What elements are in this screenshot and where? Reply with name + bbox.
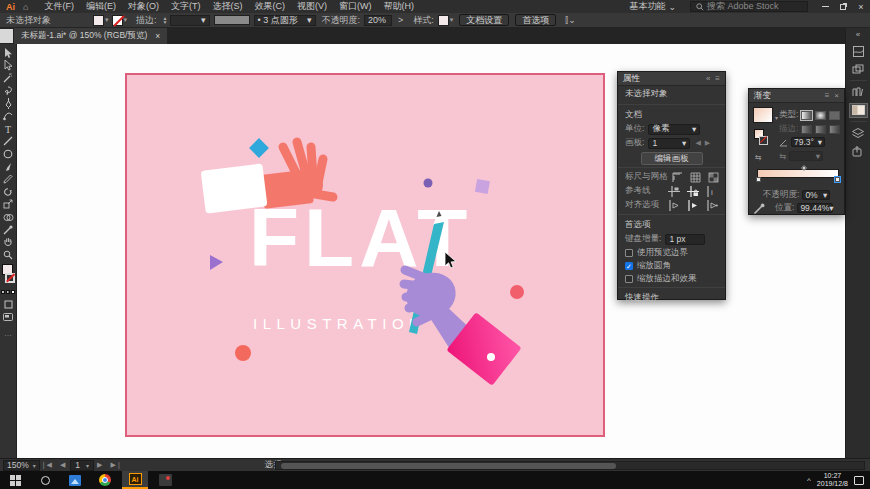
gradient-midpoint-handle[interactable] [801,165,807,171]
scale-tool[interactable] [0,198,17,211]
color-mode-buttons[interactable] [1,290,15,294]
photos-app-button[interactable] [60,471,90,489]
lasso-tool[interactable] [0,85,17,98]
gradient-slider[interactable] [757,169,839,178]
type-tool[interactable]: T [0,123,17,136]
keyboard-increment-field[interactable]: 1 px [665,234,705,245]
hidden-icons-button[interactable]: ^ [807,476,811,485]
fill-color-swatch[interactable] [93,15,104,26]
guide-options-icon[interactable]: i [706,186,718,197]
gradient-opacity-field[interactable]: 0%▾ [802,190,830,200]
show-guides-icon[interactable] [668,186,680,197]
show-grid-icon[interactable] [690,172,701,183]
style-chevron-icon[interactable]: ▾ [450,16,454,24]
pen-tool[interactable] [0,97,17,110]
chrome-app-button[interactable] [90,471,120,489]
lock-guides-icon[interactable] [687,186,699,197]
preferences-button[interactable]: 首选项 [515,14,556,26]
preview-bounds-checkbox[interactable] [625,249,633,257]
rotate-tool[interactable] [0,186,17,199]
properties-tab[interactable]: 属性 [623,73,640,85]
illustrator-app-button[interactable]: Ai [120,471,150,489]
unit-dropdown[interactable]: 像素▾ [648,124,700,135]
artboard-prev-icon[interactable]: ◀ [695,139,700,147]
stroke-stepper[interactable]: ▲▼ [163,16,168,24]
fill-stroke-indicator[interactable] [0,264,17,288]
menu-file[interactable]: 文件(F) [38,0,80,13]
workspace-switcher[interactable]: 基本功能 ⌄ [623,0,682,13]
hand-tool[interactable] [0,236,17,249]
swatches-panel-icon[interactable] [849,62,868,77]
menu-window[interactable]: 窗口(W) [333,0,378,13]
menu-view[interactable]: 视图(V) [291,0,333,13]
menu-object[interactable]: 对象(O) [122,0,165,13]
curvature-tool[interactable] [0,110,17,123]
gradient-swatch[interactable] [753,107,773,123]
document-tab[interactable]: 未标题-1.ai* @ 150% (RGB/预览) × [14,28,167,44]
ellipse-tool[interactable] [0,148,17,161]
panel-close-icon[interactable]: × [834,91,839,100]
gradient-panel-header[interactable]: 渐变 ≡ × [749,89,844,103]
scale-corners-checkbox-row[interactable]: ✓ 缩放圆角 [618,259,725,272]
stroke-color-swatch[interactable] [112,15,123,26]
layers-panel-icon[interactable] [849,126,868,141]
stock-search-input[interactable]: 搜索 Adobe Stock [690,1,808,12]
direct-selection-tool[interactable] [0,60,17,73]
none-mode-icon[interactable] [11,290,15,294]
width-profile-preview[interactable] [214,15,250,25]
gradient-stroke-box[interactable] [759,136,768,145]
shape-builder-tool[interactable] [0,211,17,224]
menu-help[interactable]: 帮助(H) [377,0,420,13]
gradient-position-field[interactable]: 99.44%▾ [797,203,833,213]
close-button[interactable]: × [852,0,870,13]
horizontal-scrollbar[interactable] [275,461,865,470]
magic-wand-tool[interactable] [0,72,17,85]
properties-panel-header[interactable]: 属性 « ≡ [618,72,725,86]
snap-to-point-icon[interactable] [706,200,718,211]
pencil-tool[interactable] [0,173,17,186]
linear-gradient-type-icon[interactable] [801,111,812,120]
other-app-button[interactable] [150,471,180,489]
screen-mode-button[interactable] [0,311,17,324]
style-swatch[interactable] [438,15,449,26]
minimize-button[interactable] [816,0,834,13]
stroke-weight-field[interactable]: ▾ [170,15,210,26]
edit-toolbar-ellipsis[interactable]: … [4,329,12,338]
scale-corners-checkbox[interactable]: ✓ [625,262,633,270]
gradient-stop-right[interactable] [835,177,840,182]
gradient-panel-icon[interactable] [849,103,868,118]
scrollbar-thumb[interactable] [281,463,616,469]
paintbrush-tool[interactable] [0,160,17,173]
arrange-icon[interactable]: ⫿⌄ [565,15,575,26]
prev-artboard-icon[interactable]: ◀ [60,461,67,469]
freeform-gradient-type-icon[interactable] [829,111,840,120]
show-rulers-icon[interactable] [672,172,683,183]
opacity-expand-icon[interactable]: > [398,15,403,25]
fill-chevron-icon[interactable]: ▾ [105,16,109,24]
gradient-stop-left[interactable] [756,177,761,182]
radial-gradient-type-icon[interactable] [815,111,826,120]
reverse-gradient-icon[interactable]: ⇆ [755,153,762,162]
gradient-swatch-chevron-icon[interactable]: ▾ [775,114,778,121]
selection-tool[interactable] [0,47,17,60]
eyedropper-tool[interactable] [0,223,17,236]
gradient-mode-icon[interactable] [6,290,10,294]
start-button[interactable] [0,471,30,489]
edit-artboards-button[interactable]: 编辑画板 [641,152,703,165]
scale-strokes-checkbox-row[interactable]: 缩放描边和效果 [618,272,725,285]
asset-export-panel-icon[interactable] [849,144,868,159]
panel-menu-icon[interactable]: ≡ [825,91,830,100]
color-mode-icon[interactable] [1,290,5,294]
eyedropper-icon[interactable] [753,203,765,215]
gradient-angle-field[interactable]: 79.3°▾ [791,137,825,147]
panel-menu-icon[interactable]: ≡ [715,74,720,83]
preview-bounds-checkbox-row[interactable]: 使用预览边界 [618,246,725,259]
brush-definition-dropdown[interactable]: • 3 点圆形▾ [254,15,316,26]
opacity-field[interactable]: 20% [364,15,392,26]
system-clock[interactable]: 10:27 2019/12/8 [817,472,848,488]
expand-panels-icon[interactable]: « [856,28,860,42]
artboard-next-icon[interactable]: ▶ [705,139,710,147]
next-artboard-icon[interactable]: ▶ [97,461,104,469]
scale-strokes-checkbox[interactable] [625,275,633,283]
menu-edit[interactable]: 编辑(E) [80,0,122,13]
